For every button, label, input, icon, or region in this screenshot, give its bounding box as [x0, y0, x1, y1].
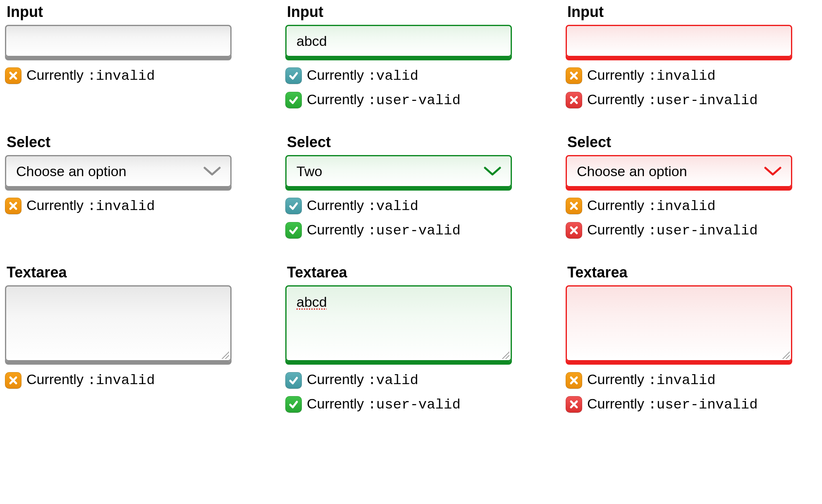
- x-icon: [566, 92, 582, 108]
- textarea-neutral[interactable]: [5, 285, 232, 361]
- check-icon: [285, 92, 302, 108]
- textarea-label: Textarea: [567, 264, 817, 281]
- status-invalid: Currently :invalid: [566, 65, 817, 86]
- x-icon: [566, 396, 582, 413]
- x-icon: [566, 372, 582, 389]
- check-icon: [285, 198, 302, 214]
- status-user-valid: Currently :user-valid: [285, 220, 537, 241]
- status-invalid: Currently :invalid: [5, 370, 256, 391]
- input-cell-valid: Input Currently :valid Currently :user-v…: [285, 3, 537, 110]
- check-icon: [285, 396, 302, 413]
- status-invalid: Currently :invalid: [566, 196, 817, 217]
- textarea-cell-valid: Textarea abcd abcd Currently :valid Curr…: [285, 264, 537, 415]
- input-cell-invalid: Input Currently :invalid Currently :user…: [566, 3, 817, 110]
- check-icon: [285, 222, 302, 239]
- status-invalid: Currently :invalid: [566, 370, 817, 391]
- check-icon: [285, 67, 302, 84]
- select-label: Select: [567, 134, 817, 151]
- select-invalid[interactable]: Choose an option: [566, 155, 792, 187]
- x-icon: [566, 67, 582, 84]
- status-user-invalid: Currently :user-invalid: [566, 90, 817, 111]
- textarea-cell-neutral: Textarea Currently :invalid: [5, 264, 256, 415]
- select-label: Select: [7, 134, 256, 151]
- select-cell-neutral: Select Choose an option Currently :inval…: [5, 134, 256, 241]
- text-input-valid[interactable]: [285, 25, 512, 57]
- textarea-label: Textarea: [7, 264, 256, 281]
- x-icon: [566, 198, 582, 214]
- textarea-label: Textarea: [287, 264, 537, 281]
- textarea-cell-invalid: Textarea Currently :invalid Currently :u…: [566, 264, 817, 415]
- select-valid[interactable]: Two: [285, 155, 512, 187]
- check-icon: [285, 372, 302, 389]
- input-cell-neutral: Input Currently :invalid: [5, 3, 256, 110]
- textarea-invalid[interactable]: [566, 285, 792, 361]
- status-user-valid: Currently :user-valid: [285, 394, 537, 415]
- select-label: Select: [287, 134, 537, 151]
- textarea-valid[interactable]: abcd: [285, 285, 512, 361]
- status-invalid: Currently :invalid: [5, 196, 256, 217]
- x-icon: [5, 198, 22, 214]
- x-icon: [5, 372, 22, 389]
- status-invalid: Currently :invalid: [5, 65, 256, 86]
- input-label: Input: [7, 3, 256, 21]
- status-user-invalid: Currently :user-invalid: [566, 394, 817, 415]
- select-cell-valid: Select Two Currently :valid Currently :u…: [285, 134, 537, 241]
- status-user-valid: Currently :user-valid: [285, 90, 537, 111]
- status-valid: Currently :valid: [285, 65, 537, 86]
- status-user-invalid: Currently :user-invalid: [566, 220, 817, 241]
- x-icon: [566, 222, 582, 239]
- input-label: Input: [567, 3, 817, 21]
- status-valid: Currently :valid: [285, 370, 537, 391]
- text-input-invalid[interactable]: [566, 25, 792, 57]
- status-valid: Currently :valid: [285, 196, 537, 217]
- x-icon: [5, 67, 22, 84]
- text-input-neutral[interactable]: [5, 25, 232, 57]
- input-label: Input: [287, 3, 537, 21]
- select-cell-invalid: Select Choose an option Currently :inval…: [566, 134, 817, 241]
- select-neutral[interactable]: Choose an option: [5, 155, 232, 187]
